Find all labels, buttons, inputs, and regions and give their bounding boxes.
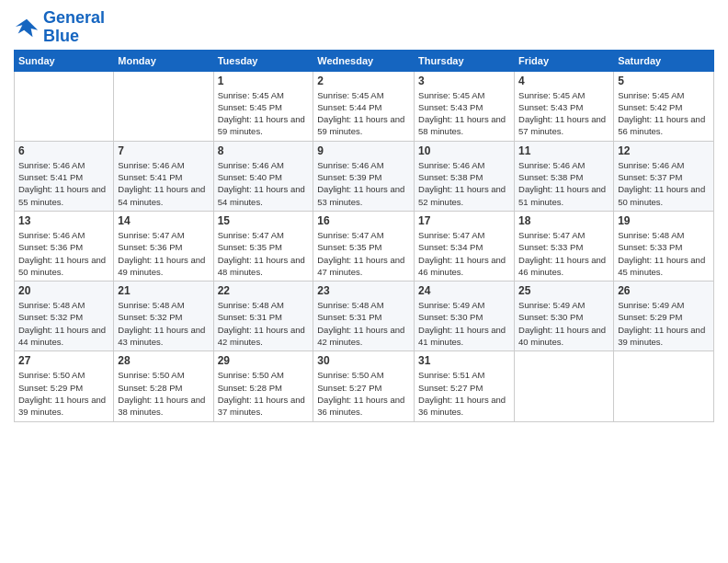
day-detail: Sunrise: 5:47 AM Sunset: 5:35 PM Dayligh… (317, 229, 410, 278)
day-detail: Sunrise: 5:48 AM Sunset: 5:32 PM Dayligh… (118, 299, 209, 348)
day-number: 2 (317, 75, 410, 87)
calendar-week-row: 27Sunrise: 5:50 AM Sunset: 5:29 PM Dayli… (15, 351, 714, 421)
calendar-cell (15, 71, 114, 141)
calendar-week-row: 1Sunrise: 5:45 AM Sunset: 5:45 PM Daylig… (15, 71, 714, 141)
calendar-cell: 1Sunrise: 5:45 AM Sunset: 5:45 PM Daylig… (213, 71, 313, 141)
calendar-cell: 31Sunrise: 5:51 AM Sunset: 5:27 PM Dayli… (415, 351, 515, 421)
day-number: 11 (518, 144, 609, 157)
day-number: 31 (418, 354, 510, 367)
day-detail: Sunrise: 5:45 AM Sunset: 5:42 PM Dayligh… (618, 89, 710, 138)
day-detail: Sunrise: 5:48 AM Sunset: 5:31 PM Dayligh… (218, 299, 310, 348)
day-number: 17 (418, 214, 510, 227)
calendar-cell: 18Sunrise: 5:47 AM Sunset: 5:33 PM Dayli… (515, 211, 614, 281)
weekday-header: Monday (114, 50, 213, 71)
logo: General Blue (14, 9, 105, 46)
calendar-cell: 14Sunrise: 5:47 AM Sunset: 5:36 PM Dayli… (114, 211, 213, 281)
day-number: 16 (317, 214, 410, 227)
calendar-body: 1Sunrise: 5:45 AM Sunset: 5:45 PM Daylig… (15, 71, 714, 421)
calendar-cell (114, 71, 213, 141)
weekday-header: Saturday (614, 50, 714, 71)
day-detail: Sunrise: 5:49 AM Sunset: 5:30 PM Dayligh… (418, 299, 510, 348)
day-detail: Sunrise: 5:48 AM Sunset: 5:33 PM Dayligh… (618, 229, 710, 278)
day-number: 26 (618, 284, 710, 297)
day-detail: Sunrise: 5:47 AM Sunset: 5:33 PM Dayligh… (518, 229, 609, 278)
calendar-cell: 11Sunrise: 5:46 AM Sunset: 5:38 PM Dayli… (515, 141, 614, 211)
day-detail: Sunrise: 5:49 AM Sunset: 5:29 PM Dayligh… (618, 299, 710, 348)
day-number: 18 (518, 214, 609, 227)
day-detail: Sunrise: 5:46 AM Sunset: 5:37 PM Dayligh… (618, 159, 710, 208)
calendar-cell: 4Sunrise: 5:45 AM Sunset: 5:43 PM Daylig… (515, 71, 614, 141)
day-detail: Sunrise: 5:50 AM Sunset: 5:28 PM Dayligh… (118, 369, 209, 418)
calendar-cell: 12Sunrise: 5:46 AM Sunset: 5:37 PM Dayli… (614, 141, 714, 211)
day-number: 30 (317, 354, 410, 367)
day-number: 3 (418, 75, 510, 87)
day-detail: Sunrise: 5:47 AM Sunset: 5:36 PM Dayligh… (118, 229, 209, 278)
calendar-cell: 19Sunrise: 5:48 AM Sunset: 5:33 PM Dayli… (614, 211, 714, 281)
weekday-header: Tuesday (213, 50, 313, 71)
day-detail: Sunrise: 5:46 AM Sunset: 5:41 PM Dayligh… (118, 159, 209, 208)
calendar-cell: 9Sunrise: 5:46 AM Sunset: 5:39 PM Daylig… (313, 141, 415, 211)
day-detail: Sunrise: 5:47 AM Sunset: 5:34 PM Dayligh… (418, 229, 510, 278)
day-number: 20 (18, 284, 109, 297)
day-detail: Sunrise: 5:50 AM Sunset: 5:28 PM Dayligh… (218, 369, 310, 418)
day-number: 12 (618, 144, 710, 157)
page-header: General Blue (14, 9, 714, 46)
calendar-cell: 15Sunrise: 5:47 AM Sunset: 5:35 PM Dayli… (213, 211, 313, 281)
calendar-week-row: 6Sunrise: 5:46 AM Sunset: 5:41 PM Daylig… (15, 141, 714, 211)
day-detail: Sunrise: 5:45 AM Sunset: 5:43 PM Dayligh… (518, 89, 609, 138)
weekday-header: Thursday (415, 50, 515, 71)
day-detail: Sunrise: 5:51 AM Sunset: 5:27 PM Dayligh… (418, 369, 510, 418)
day-detail: Sunrise: 5:46 AM Sunset: 5:39 PM Dayligh… (317, 159, 410, 208)
weekday-header: Wednesday (313, 50, 415, 71)
calendar-cell: 26Sunrise: 5:49 AM Sunset: 5:29 PM Dayli… (614, 282, 714, 351)
calendar-cell: 23Sunrise: 5:48 AM Sunset: 5:31 PM Dayli… (313, 282, 415, 351)
calendar-cell: 21Sunrise: 5:48 AM Sunset: 5:32 PM Dayli… (114, 282, 213, 351)
day-detail: Sunrise: 5:48 AM Sunset: 5:32 PM Dayligh… (18, 299, 109, 348)
day-detail: Sunrise: 5:50 AM Sunset: 5:27 PM Dayligh… (317, 369, 410, 418)
day-number: 23 (317, 284, 410, 297)
day-number: 13 (18, 214, 109, 227)
day-number: 25 (518, 284, 609, 297)
calendar-cell: 10Sunrise: 5:46 AM Sunset: 5:38 PM Dayli… (415, 141, 515, 211)
calendar-cell: 5Sunrise: 5:45 AM Sunset: 5:42 PM Daylig… (614, 71, 714, 141)
calendar-cell: 20Sunrise: 5:48 AM Sunset: 5:32 PM Dayli… (15, 282, 114, 351)
calendar-cell: 30Sunrise: 5:50 AM Sunset: 5:27 PM Dayli… (313, 351, 415, 421)
day-detail: Sunrise: 5:46 AM Sunset: 5:36 PM Dayligh… (18, 229, 109, 278)
svg-marker-0 (16, 18, 38, 37)
day-detail: Sunrise: 5:45 AM Sunset: 5:44 PM Dayligh… (317, 89, 410, 138)
logo-bird-icon (14, 15, 40, 40)
day-number: 9 (317, 144, 410, 157)
calendar-cell: 16Sunrise: 5:47 AM Sunset: 5:35 PM Dayli… (313, 211, 415, 281)
day-detail: Sunrise: 5:46 AM Sunset: 5:41 PM Dayligh… (18, 159, 109, 208)
calendar-cell: 29Sunrise: 5:50 AM Sunset: 5:28 PM Dayli… (213, 351, 313, 421)
day-number: 6 (18, 144, 109, 157)
day-number: 5 (618, 75, 710, 87)
calendar-cell: 7Sunrise: 5:46 AM Sunset: 5:41 PM Daylig… (114, 141, 213, 211)
calendar-table: SundayMondayTuesdayWednesdayThursdayFrid… (14, 50, 714, 422)
day-detail: Sunrise: 5:46 AM Sunset: 5:38 PM Dayligh… (518, 159, 609, 208)
weekday-header: Friday (515, 50, 614, 71)
day-number: 19 (618, 214, 710, 227)
day-number: 29 (218, 354, 310, 367)
calendar-cell: 22Sunrise: 5:48 AM Sunset: 5:31 PM Dayli… (213, 282, 313, 351)
calendar-cell: 28Sunrise: 5:50 AM Sunset: 5:28 PM Dayli… (114, 351, 213, 421)
calendar-header-row: SundayMondayTuesdayWednesdayThursdayFrid… (15, 50, 714, 71)
calendar-cell: 8Sunrise: 5:46 AM Sunset: 5:40 PM Daylig… (213, 141, 313, 211)
calendar-week-row: 20Sunrise: 5:48 AM Sunset: 5:32 PM Dayli… (15, 282, 714, 351)
day-number: 22 (218, 284, 310, 297)
day-detail: Sunrise: 5:48 AM Sunset: 5:31 PM Dayligh… (317, 299, 410, 348)
calendar-cell: 6Sunrise: 5:46 AM Sunset: 5:41 PM Daylig… (15, 141, 114, 211)
day-number: 14 (118, 214, 209, 227)
day-number: 8 (218, 144, 310, 157)
calendar-week-row: 13Sunrise: 5:46 AM Sunset: 5:36 PM Dayli… (15, 211, 714, 281)
day-number: 28 (118, 354, 209, 367)
day-number: 27 (18, 354, 109, 367)
day-detail: Sunrise: 5:46 AM Sunset: 5:38 PM Dayligh… (418, 159, 510, 208)
day-number: 1 (218, 75, 310, 87)
calendar-cell: 3Sunrise: 5:45 AM Sunset: 5:43 PM Daylig… (415, 71, 515, 141)
day-detail: Sunrise: 5:45 AM Sunset: 5:45 PM Dayligh… (218, 89, 310, 138)
calendar-cell: 27Sunrise: 5:50 AM Sunset: 5:29 PM Dayli… (15, 351, 114, 421)
day-detail: Sunrise: 5:47 AM Sunset: 5:35 PM Dayligh… (218, 229, 310, 278)
calendar-cell: 2Sunrise: 5:45 AM Sunset: 5:44 PM Daylig… (313, 71, 415, 141)
calendar-cell: 13Sunrise: 5:46 AM Sunset: 5:36 PM Dayli… (15, 211, 114, 281)
